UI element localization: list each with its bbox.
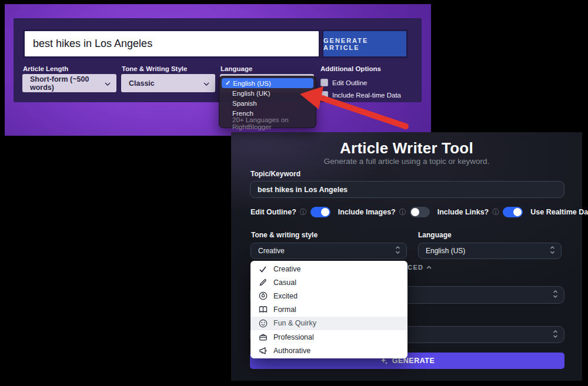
chevron-down-icon [105,79,111,88]
generate-article-button[interactable]: GENERATE ARTICLE [322,29,408,58]
screenshot-canvas: GENERATE ARTICLE Article Length Tone & W… [0,0,588,386]
menu-item-label: Excited [273,292,298,300]
edit-outline-toggle-label: Edit Outline? [250,208,296,216]
briefcase-icon [258,333,268,341]
tone-dropdown-menu: Creative Casual Excited Formal [250,261,407,358]
chevron-updown-icon [395,246,400,256]
megaphone-icon [258,347,268,355]
article-length-value: Short-form (~500 words) [30,75,105,92]
chevron-updown-icon [550,246,555,256]
article-writer-tool-panel: Article Writer Tool Generate a full arti… [231,132,582,381]
menu-item-label: Professional [273,333,314,341]
check-icon [258,265,268,273]
topic-keyword-input[interactable] [250,181,564,198]
include-images-toggle[interactable] [410,207,430,217]
menu-item-spanish[interactable]: Spanish [219,98,316,108]
tone-style-select[interactable]: Classic [121,74,215,92]
realtime-data-option[interactable]: Include Real-time Data [320,91,401,99]
language-select[interactable]: English (US) [418,243,562,259]
edit-outline-toggle-group: Edit Outline? ⓘ [250,207,330,217]
tone-style-value: Creative [258,247,285,255]
include-links-toggle-group: Include Links? ⓘ [437,207,523,217]
menu-item-more-languages[interactable]: 20+ Languages on RightBlogger [219,119,316,129]
menu-item-english-uk[interactable]: English (UK) [219,88,316,98]
menu-item-formal[interactable]: Formal [250,303,407,317]
realtime-data-toggle-label: Use Realtime Data? [530,208,588,216]
topic-keyword-label: Topic/Keyword [250,170,300,178]
menu-item-label: Fun & Quirky [273,319,316,327]
chevron-up-icon [426,266,432,269]
realtime-data-toggle-group: Use Realtime Data? ⓘ [530,207,588,217]
toggle-knob [321,208,329,216]
tone-writing-style-label: Tone & writing style [251,231,318,239]
menu-item-professional[interactable]: Professional [250,330,407,344]
menu-item-english-us[interactable]: ✓ English (US) [222,78,313,88]
include-images-toggle-label: Include Images? [338,208,396,216]
page-title: Article Writer Tool [231,139,582,157]
menu-item-label: English (US) [233,80,271,87]
language-label: Language [220,65,252,72]
purple-generator-panel: GENERATE ARTICLE Article Length Tone & W… [5,4,431,136]
chevron-updown-icon [553,330,558,340]
check-icon: ✓ [225,79,230,87]
menu-item-casual[interactable]: Casual [250,276,407,289]
toggle-knob [513,208,522,216]
tone-style-select[interactable]: Creative [250,243,407,259]
menu-item-fun-quirky[interactable]: Fun & Quirky [250,317,407,330]
flame-icon [258,291,268,300]
smiley-icon [258,319,268,328]
article-length-select[interactable]: Short-form (~500 words) [22,74,116,92]
menu-item-label: Authorative [273,347,310,355]
menu-item-label: Casual [273,278,296,287]
book-icon [258,306,268,314]
toggle-knob [411,208,419,216]
toggle-row: Edit Outline? ⓘ Include Images? ⓘ Includ… [250,207,588,217]
pencil-icon [258,278,268,287]
menu-item-label: Creative [273,265,301,273]
include-links-toggle[interactable] [503,207,523,217]
article-length-label: Article Length [23,65,68,72]
menu-item-authorative[interactable]: Authorative [250,344,407,357]
tone-style-value: Classic [129,79,155,88]
edit-outline-option[interactable]: Edit Outline [320,79,367,86]
info-icon[interactable]: ⓘ [399,209,406,216]
generator-inner-panel: GENERATE ARTICLE Article Length Tone & W… [14,18,422,102]
edit-outline-checkbox[interactable] [320,79,328,86]
language-dropdown-menu: ✓ English (US) English (UK) Spanish Fren… [219,76,316,128]
info-icon[interactable]: ⓘ [300,209,307,216]
page-subtitle: Generate a full article using a topic or… [231,157,582,166]
additional-options-label: Additional Options [320,65,381,72]
edit-outline-label: Edit Outline [332,79,367,86]
chevron-updown-icon [553,290,558,300]
topic-search-input[interactable] [25,31,319,56]
menu-item-label: Formal [273,306,296,314]
realtime-data-label: Include Real-time Data [332,92,401,99]
include-links-toggle-label: Include Links? [437,208,489,216]
include-images-toggle-group: Include Images? ⓘ [338,207,430,217]
language-label: Language [418,231,452,239]
tone-writing-style-label: Tone & Writing Style [122,65,187,72]
info-icon[interactable]: ⓘ [492,209,499,216]
menu-item-excited[interactable]: Excited [250,289,407,303]
menu-item-creative[interactable]: Creative [250,262,407,276]
chevron-down-icon [203,79,209,88]
language-value: English (US) [426,247,465,255]
realtime-data-checkbox[interactable] [320,91,328,99]
edit-outline-toggle[interactable] [310,207,330,217]
search-frame [23,29,320,58]
